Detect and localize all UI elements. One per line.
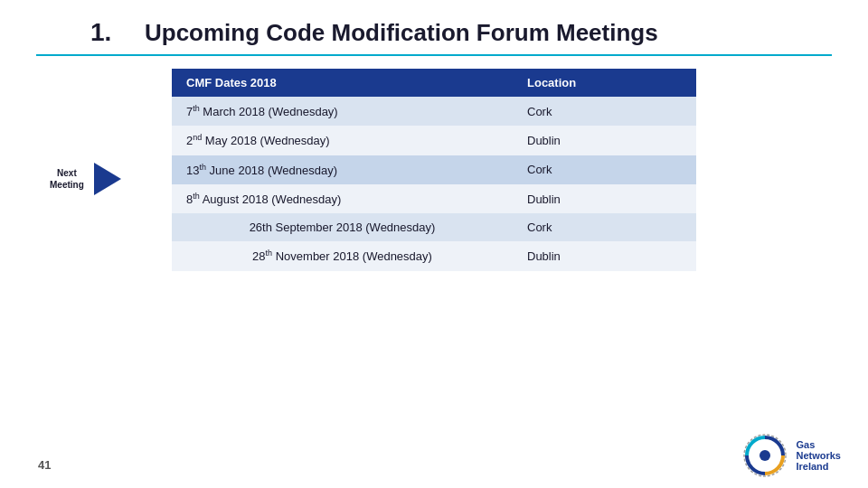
table-body: 7th March 2018 (Wednesday) Cork 2nd May … bbox=[172, 97, 696, 271]
content-area: Next Meeting CMF Dates 2018 Location bbox=[36, 69, 832, 271]
date-prefix: 28 bbox=[252, 250, 265, 264]
cmf-table: CMF Dates 2018 Location 7th March 2018 (… bbox=[172, 69, 696, 271]
location-cell: Dublin bbox=[513, 184, 696, 213]
table-header-row: CMF Dates 2018 Location bbox=[172, 69, 696, 97]
date-sup: th bbox=[193, 104, 200, 113]
logo-line1: Gas bbox=[796, 439, 841, 450]
location-cell: Dublin bbox=[513, 241, 696, 270]
next-meeting-arrow bbox=[94, 163, 121, 195]
slide-container: 1. Upcoming Code Modification Forum Meet… bbox=[0, 0, 868, 488]
slide-title: Upcoming Code Modification Forum Meeting… bbox=[145, 19, 658, 47]
date-suffix: May 2018 (Wednesday) bbox=[202, 135, 329, 148]
date-suffix: November 2018 (Wednesday) bbox=[272, 250, 432, 264]
next-meeting-label2: Meeting bbox=[50, 179, 84, 191]
next-meeting-label: Next bbox=[57, 167, 77, 179]
date-prefix: 13 bbox=[186, 164, 199, 177]
logo-icon bbox=[741, 432, 788, 479]
date-suffix: March 2018 (Wednesday) bbox=[200, 105, 338, 118]
logo-line3: Ireland bbox=[796, 461, 841, 472]
next-meeting-container: Next Meeting bbox=[50, 163, 121, 195]
logo-container: Gas Networks Ireland bbox=[741, 432, 841, 479]
svg-point-1 bbox=[760, 450, 770, 461]
date-sup: th bbox=[193, 192, 200, 201]
page-number: 41 bbox=[38, 458, 51, 472]
date-cell: 28th November 2018 (Wednesday) bbox=[172, 241, 513, 270]
date-sup: th bbox=[266, 249, 273, 258]
header-dates: CMF Dates 2018 bbox=[172, 69, 513, 97]
table-row-highlighted: 13th June 2018 (Wednesday) Cork bbox=[172, 155, 696, 184]
slide-number: 1. bbox=[90, 18, 127, 47]
table-row: 28th November 2018 (Wednesday) Dublin bbox=[172, 241, 696, 270]
date-cell: 7th March 2018 (Wednesday) bbox=[172, 97, 513, 126]
date-suffix: August 2018 (Wednesday) bbox=[200, 192, 342, 206]
date-cell: 13th June 2018 (Wednesday) bbox=[172, 155, 513, 184]
date-cell: 26th September 2018 (Wednesday) bbox=[172, 213, 513, 241]
header-location: Location bbox=[513, 69, 696, 97]
table-row: 8th August 2018 (Wednesday) Dublin bbox=[172, 184, 696, 213]
location-cell: Cork bbox=[513, 213, 696, 241]
logo-line2: Networks bbox=[796, 450, 841, 461]
date-cell: 2nd May 2018 (Wednesday) bbox=[172, 126, 513, 155]
location-cell: Cork bbox=[513, 155, 696, 184]
table-wrapper: CMF Dates 2018 Location 7th March 2018 (… bbox=[172, 69, 696, 271]
date-suffix: June 2018 (Wednesday) bbox=[206, 164, 337, 177]
title-divider bbox=[36, 54, 832, 56]
date-sup: nd bbox=[193, 133, 202, 142]
title-section: 1. Upcoming Code Modification Forum Meet… bbox=[36, 18, 832, 47]
location-cell: Dublin bbox=[513, 126, 696, 155]
table-row: 26th September 2018 (Wednesday) Cork bbox=[172, 213, 696, 241]
date-cell: 8th August 2018 (Wednesday) bbox=[172, 184, 513, 213]
table-row: 2nd May 2018 (Wednesday) Dublin bbox=[172, 126, 696, 155]
location-cell: Cork bbox=[513, 97, 696, 126]
logo-text: Gas Networks Ireland bbox=[796, 439, 841, 472]
date-sup: th bbox=[199, 163, 206, 172]
table-row: 7th March 2018 (Wednesday) Cork bbox=[172, 97, 696, 126]
